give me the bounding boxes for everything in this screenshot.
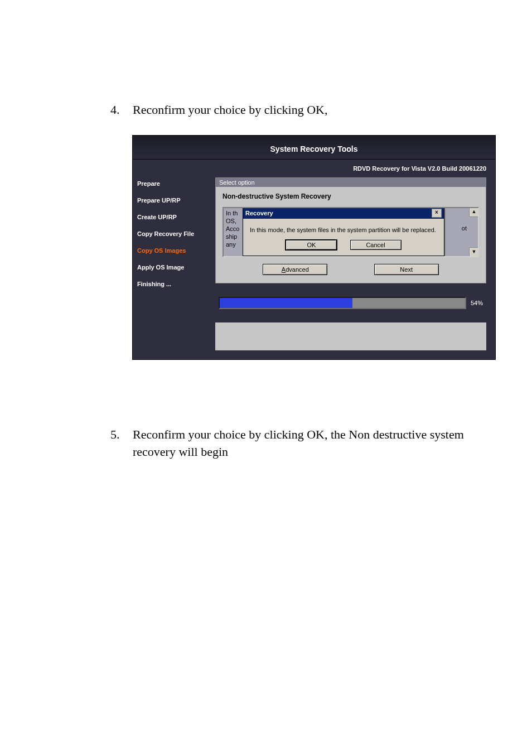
step-5: 5. Reconfirm your choice by clicking OK,…	[110, 426, 487, 461]
select-option-panel: Select option Non-destructive System Rec…	[215, 177, 486, 283]
version-label: RDVD Recovery for Vista V2.0 Build 20061…	[215, 165, 486, 172]
progress-fill	[220, 298, 352, 308]
cancel-button[interactable]: Cancel	[350, 240, 402, 250]
recovery-confirm-dialog: Recovery × In this mode, the system file…	[243, 207, 444, 256]
recovery-app-screenshot: System Recovery Tools Prepare Prepare UP…	[133, 136, 495, 359]
sidebar-item-create-uprp[interactable]: Create UP/RP	[133, 209, 210, 225]
close-icon[interactable]: ×	[432, 209, 442, 218]
sidebar-item-apply-os-image[interactable]: Apply OS Image	[133, 259, 210, 276]
step-text: Reconfirm your choice by clicking OK, th…	[133, 426, 487, 461]
description-listbox[interactable]: In th OS, Acco ship any ot ▲ ▼ Recovery	[223, 207, 479, 257]
step-text: Reconfirm your choice by clicking OK,	[133, 102, 487, 119]
select-option-header: Select option	[216, 178, 486, 187]
footer-area	[215, 322, 486, 350]
step-number: 5.	[110, 426, 133, 444]
sidebar-item-finishing[interactable]: Finishing ...	[133, 276, 210, 292]
step-number: 4.	[110, 102, 133, 119]
sidebar-item-copy-recovery-file[interactable]: Copy Recovery File	[133, 225, 210, 242]
app-title: System Recovery Tools	[133, 136, 495, 160]
sidebar-item-prepare-uprp[interactable]: Prepare UP/RP	[133, 192, 210, 209]
sidebar-item-prepare[interactable]: Prepare	[133, 175, 210, 192]
step-4: 4. Reconfirm your choice by clicking OK,	[110, 102, 487, 119]
ok-button[interactable]: OK	[286, 240, 337, 250]
scroll-up-icon[interactable]: ▲	[469, 207, 479, 217]
dialog-buttons: OK Cancel	[243, 237, 444, 256]
recovery-mode-title: Non-destructive System Recovery	[216, 187, 486, 205]
dialog-title: Recovery	[245, 210, 273, 216]
dialog-message: In this mode, the system files in the sy…	[243, 219, 444, 237]
document-page: 4. Reconfirm your choice by clicking OK,…	[0, 0, 532, 756]
sidebar-item-copy-os-images[interactable]: Copy OS Images	[133, 242, 210, 259]
main-panel: RDVD Recovery for Vista V2.0 Build 20061…	[210, 160, 495, 359]
progress-label: 54%	[471, 300, 483, 306]
progress-row: 54%	[219, 297, 483, 309]
dialog-titlebar: Recovery ×	[243, 208, 444, 219]
scroll-down-icon[interactable]: ▼	[469, 247, 479, 257]
sidebar: Prepare Prepare UP/RP Create UP/RP Copy …	[133, 160, 210, 359]
app-body: Prepare Prepare UP/RP Create UP/RP Copy …	[133, 160, 495, 359]
advanced-button[interactable]: Advanced	[263, 264, 327, 275]
next-button[interactable]: Next	[374, 264, 439, 275]
progress-bar	[219, 297, 466, 309]
panel-buttons: Advanced Next	[216, 264, 486, 275]
list-fragment-right: ot	[462, 225, 467, 232]
